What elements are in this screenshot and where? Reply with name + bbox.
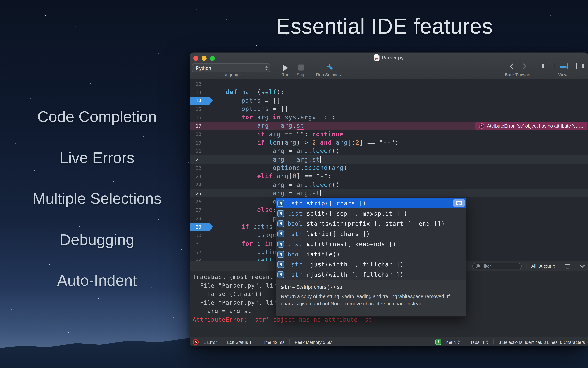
- stop-button[interactable]: [298, 64, 304, 71]
- completion-item[interactable]: Mstrljust(width [, fillchar ]): [276, 259, 466, 270]
- gutter-divider: [210, 80, 211, 261]
- chevron-updown-icon: [265, 66, 268, 70]
- completion-return-type: bool: [286, 220, 302, 227]
- view-bottom-panel-button[interactable]: [559, 63, 568, 69]
- line-number: 21: [190, 157, 210, 162]
- completion-item[interactable]: Mlistsplit([ sep [, maxsplit ]]): [276, 208, 466, 219]
- text-cursor: [320, 190, 321, 196]
- code-line: 12: [190, 80, 588, 88]
- completion-item[interactable]: Mboolistitle(): [276, 249, 466, 259]
- line-number: 22: [190, 165, 210, 171]
- code-line: 18 if arg == "": continue: [190, 130, 588, 138]
- completion-item[interactable]: Mstrrjust(width [, fillchar ]): [276, 270, 466, 280]
- window-title-text: Parser.py: [382, 55, 404, 61]
- console-line: AttributeError: 'str' object has no attr…: [193, 315, 588, 324]
- completion-item[interactable]: Mstrstrip([ chars ]): [276, 198, 466, 208]
- completion-item[interactable]: Mlistsplitlines([ keepends ]): [276, 239, 466, 249]
- symbol-name: main: [446, 340, 456, 344]
- language-value: Python: [196, 65, 211, 71]
- code-text: options.append(arg): [210, 164, 348, 172]
- back-button[interactable]: [510, 63, 516, 69]
- completion-signature: split([ sep [, maxsplit ]]): [307, 210, 408, 217]
- completion-item[interactable]: Mboolstartswith(prefix [, start [, end ]…: [276, 219, 466, 229]
- code-text: arg = arg.lower(): [210, 181, 340, 189]
- doc-body: Return a copy of the string S with leadi…: [281, 293, 461, 307]
- text-cursor: [305, 122, 305, 129]
- feature-item: Live Errors: [0, 149, 194, 167]
- filter-placeholder: Filter: [481, 264, 491, 268]
- text-cursor: [320, 156, 321, 163]
- play-icon: [283, 64, 288, 71]
- line-number: 25: [190, 190, 210, 196]
- output-mode-value: All Output: [531, 263, 551, 269]
- inline-error-banner: ✕AttributeError: 'str' object has no att…: [475, 122, 587, 130]
- method-badge-icon: M: [277, 230, 284, 237]
- line-number: 31: [190, 241, 210, 247]
- inline-error-text: AttributeError: 'str' object has no attr…: [487, 123, 583, 129]
- line-number: 16: [190, 115, 210, 120]
- stop-label: Stop: [289, 73, 313, 77]
- method-badge-icon: M: [277, 271, 284, 278]
- code-text: def main(self):: [210, 88, 285, 96]
- feature-item: Debugging: [0, 231, 194, 249]
- completion-signature: strip([ chars ]): [307, 200, 366, 207]
- method-badge-icon: M: [277, 261, 284, 268]
- line-number: 33: [190, 258, 210, 261]
- completion-doc-panel: str – S.strip([chars]) -> strReturn a co…: [276, 280, 466, 316]
- run-settings-button[interactable]: [326, 63, 334, 72]
- page: Essential IDE features Code CompletionLi…: [0, 0, 588, 368]
- view-left-panel-button[interactable]: [541, 63, 550, 69]
- error-count: 1 Error: [203, 340, 217, 344]
- view-right-panel-button[interactable]: [576, 63, 585, 69]
- code-text: paths = []: [210, 96, 281, 105]
- method-badge-icon: M: [277, 241, 284, 248]
- filter-icon: [476, 264, 480, 268]
- completion-signature: istitle(): [307, 251, 340, 258]
- line-number: 19: [190, 140, 210, 146]
- run-settings-label: Run Settings...: [310, 73, 350, 77]
- completion-item[interactable]: Mstrlstrip([ chars ]): [276, 229, 466, 239]
- symbol-dropdown[interactable]: main: [446, 340, 460, 344]
- chevron-updown-icon: [486, 340, 488, 344]
- error-circle-x-icon: ✕: [479, 123, 484, 129]
- line-number: 18: [190, 131, 210, 137]
- run-time: Time 42 ms: [262, 340, 284, 344]
- window-title: py Parser.py: [190, 54, 588, 61]
- code-line: 24 arg = arg.lower(): [190, 181, 588, 189]
- code-line: 16 for arg in sys.argv[1:]:: [190, 113, 588, 122]
- selection-info: 3 Selections, Identical, 3 Lines, 0 Char…: [499, 340, 585, 344]
- tabs-dropdown[interactable]: Tabs: 4: [470, 340, 488, 344]
- completion-signature: ljust(width [, fillchar ]): [307, 261, 404, 268]
- language-select[interactable]: Python: [192, 63, 270, 73]
- line-number: 29: [190, 224, 210, 230]
- completion-return-type: str: [286, 230, 302, 237]
- line-number: 17: [190, 123, 210, 129]
- docs-book-button[interactable]: [453, 199, 465, 207]
- line-number: 14: [190, 98, 210, 103]
- output-mode-select[interactable]: All Output: [531, 263, 555, 269]
- code-text: elif arg[0] == "-":: [210, 172, 332, 181]
- code-line: 23 elif arg[0] == "-":: [190, 172, 588, 181]
- completion-return-type: bool: [286, 251, 302, 258]
- line-number: 13: [190, 89, 210, 95]
- status-bar: ✕ 1 Error Exit Status 1 Time 42 ms Peak …: [190, 337, 588, 347]
- completion-return-type: str: [286, 261, 302, 268]
- line-number: 12: [190, 81, 210, 87]
- open-book-icon: [456, 201, 462, 206]
- completion-return-type: list: [286, 210, 302, 217]
- completion-signature: lstrip([ chars ]): [307, 230, 370, 237]
- clear-console-button[interactable]: [565, 263, 570, 269]
- error-count-icon: ✕: [193, 339, 199, 345]
- completion-signature: splitlines([ keepends ]): [307, 241, 396, 248]
- chevron-updown-icon: [553, 264, 555, 268]
- python-file-icon: py: [374, 54, 379, 61]
- run-button[interactable]: [281, 63, 290, 73]
- completion-return-type: list: [286, 241, 302, 248]
- error-message: AttributeError: 'str' object has no attr…: [193, 316, 376, 323]
- window-titlebar: Python Language Run Stop Run Settings...…: [190, 53, 588, 79]
- filter-input[interactable]: Filter: [472, 263, 522, 269]
- back-forward-label: Back/Forward: [500, 73, 537, 77]
- doc-title: str – S.strip([chars]) -> str: [281, 284, 461, 290]
- collapse-console-icon[interactable]: [580, 263, 585, 268]
- forward-button[interactable]: [520, 63, 526, 69]
